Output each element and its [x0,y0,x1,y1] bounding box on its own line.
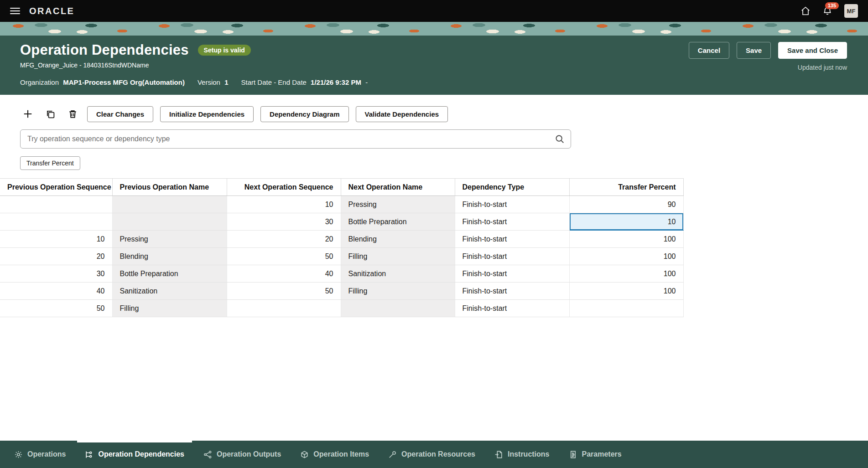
dependency-diagram-button[interactable]: Dependency Diagram [260,106,348,122]
cell-transfer-percent[interactable] [569,300,683,317]
table-row: 30 Bottle Preparation 40 Sanitization Fi… [0,265,683,283]
tab-operation-items[interactable]: Operation Items [292,441,377,468]
avatar[interactable]: MF [844,4,858,18]
tab-operation-resources[interactable]: Operation Resources [380,441,483,468]
outputs-icon [203,450,212,459]
cell-previous-operation-name[interactable] [112,196,227,213]
cell-next-operation-name[interactable]: Filling [341,248,455,265]
cell-transfer-percent[interactable]: 100 [569,231,683,248]
notification-count-badge: 135 [825,2,839,9]
notifications-button[interactable]: 135 [822,6,832,16]
cell-dependency-type[interactable]: Finish-to-start [455,231,569,248]
hamburger-menu-icon[interactable] [10,8,20,14]
trash-icon [68,109,78,119]
cell-previous-operation-name[interactable]: Pressing [112,231,227,248]
cell-previous-operation-sequence[interactable] [0,213,112,231]
cell-next-operation-sequence[interactable]: 50 [227,248,341,265]
cell-transfer-percent[interactable]: 100 [569,283,683,300]
cell-next-operation-name[interactable]: Sanitization [341,265,455,283]
meta-row: Organization MAP1-Process MFG Org(Automa… [20,78,847,86]
initialize-dependencies-button[interactable]: Initialize Dependencies [160,106,254,122]
cell-previous-operation-name[interactable] [112,213,227,231]
delete-row-button[interactable] [65,106,80,122]
dates-label: Start Date - End Date [241,78,306,86]
table-row: 30 Bottle Preparation Finish-to-start 10 [0,213,683,231]
save-button[interactable]: Save [737,42,771,59]
home-button[interactable] [800,6,811,16]
page-title: Operation Dependencies [20,42,189,58]
save-and-close-button[interactable]: Save and Close [778,42,847,59]
cell-previous-operation-sequence[interactable]: 20 [0,248,112,265]
cell-dependency-type[interactable]: Finish-to-start [455,283,569,300]
cell-previous-operation-name[interactable]: Blending [112,248,227,265]
cell-transfer-percent-selected[interactable]: 10 [569,213,683,231]
tab-label: Operations [27,450,66,458]
tab-operation-dependencies[interactable]: Operation Dependencies [77,441,192,468]
tab-operations[interactable]: Operations [6,441,73,468]
cell-dependency-type[interactable]: Finish-to-start [455,196,569,213]
organization-value: MAP1-Process MFG Org(Automation) [63,78,185,86]
dates-value: 1/21/26 9:32 PM [311,78,361,86]
cell-next-operation-sequence[interactable] [227,300,341,317]
table-row: 50 Filling Finish-to-start [0,300,683,317]
col-header-next-operation-sequence: Next Operation Sequence [227,179,341,196]
cell-next-operation-sequence[interactable]: 30 [227,213,341,231]
page-header: Operation Dependencies Setup is valid MF… [0,36,868,95]
col-header-previous-operation-sequence: Previous Operation Sequence [0,179,112,196]
cell-next-operation-sequence[interactable]: 10 [227,196,341,213]
cell-previous-operation-name[interactable]: Filling [112,300,227,317]
cell-dependency-type[interactable]: Finish-to-start [455,265,569,283]
col-header-transfer-percent: Transfer Percent [569,179,683,196]
dates-meta: Start Date - End Date 1/21/26 9:32 PM - [241,78,368,86]
tab-instructions[interactable]: Instructions [487,441,557,468]
transfer-percent-chip[interactable]: Transfer Percent [20,156,80,170]
duplicate-row-button[interactable] [42,106,58,122]
version-meta: Version 1 [198,78,229,86]
top-bar: ORACLE 135 MF [0,0,868,22]
cell-previous-operation-sequence[interactable]: 40 [0,283,112,300]
organization-meta: Organization MAP1-Process MFG Org(Automa… [20,78,185,86]
cell-previous-operation-name[interactable]: Sanitization [112,283,227,300]
version-label: Version [198,78,220,86]
cell-previous-operation-sequence[interactable] [0,196,112,213]
tab-label: Parameters [582,450,622,458]
grid-toolbar: Clear Changes Initialize Dependencies De… [20,105,868,123]
validate-dependencies-button[interactable]: Validate Dependencies [356,106,448,122]
tab-operation-outputs[interactable]: Operation Outputs [196,441,289,468]
cell-transfer-percent[interactable]: 90 [569,196,683,213]
clear-changes-button[interactable]: Clear Changes [87,106,153,122]
cell-next-operation-sequence[interactable]: 20 [227,231,341,248]
search-input[interactable] [20,129,571,149]
cell-previous-operation-sequence[interactable]: 30 [0,265,112,283]
table-row: 10 Pressing Finish-to-start 90 [0,196,683,213]
cell-dependency-type[interactable]: Finish-to-start [455,213,569,231]
cell-next-operation-name[interactable] [341,300,455,317]
cell-previous-operation-sequence[interactable]: 50 [0,300,112,317]
table-row: 10 Pressing 20 Blending Finish-to-start … [0,231,683,248]
cell-next-operation-sequence[interactable]: 50 [227,283,341,300]
tab-label: Instructions [508,450,550,458]
home-icon [800,6,811,16]
add-row-button[interactable] [20,106,36,122]
table-header-row: Previous Operation Sequence Previous Ope… [0,179,683,196]
dates-suffix: - [365,78,368,86]
search-icon[interactable] [555,134,565,144]
cell-transfer-percent[interactable]: 100 [569,248,683,265]
cell-dependency-type[interactable]: Finish-to-start [455,300,569,317]
cell-next-operation-name[interactable]: Filling [341,283,455,300]
cell-dependency-type[interactable]: Finish-to-start [455,248,569,265]
tab-parameters[interactable]: Parameters [561,441,629,468]
parameters-icon [569,450,577,459]
cell-next-operation-name[interactable]: Blending [341,231,455,248]
cancel-button[interactable]: Cancel [689,42,729,59]
cell-next-operation-name[interactable]: Bottle Preparation [341,213,455,231]
cell-next-operation-sequence[interactable]: 40 [227,265,341,283]
cell-previous-operation-sequence[interactable]: 10 [0,231,112,248]
cell-previous-operation-name[interactable]: Bottle Preparation [112,265,227,283]
cell-transfer-percent[interactable]: 100 [569,265,683,283]
tab-label: Operation Resources [401,450,475,458]
top-bar-actions: 135 MF [800,4,858,18]
col-header-previous-operation-name: Previous Operation Name [112,179,227,196]
cell-next-operation-name[interactable]: Pressing [341,196,455,213]
page-subtitle: MFG_Orange_Juice - 1840316StndWDName [20,62,251,69]
